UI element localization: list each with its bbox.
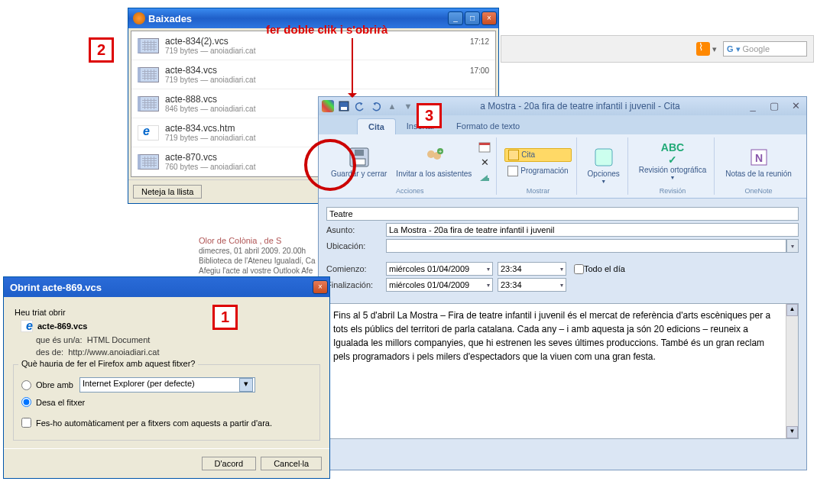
ie-file-icon: [138, 125, 159, 141]
location-label: Ubicación:: [326, 241, 386, 250]
svg-rect-3: [353, 159, 365, 165]
subject-field[interactable]: [386, 223, 799, 237]
chosen-label: Heu triat obrir: [15, 308, 319, 317]
spellcheck-button[interactable]: ABC✓ Revisión ortográfica▼: [636, 141, 709, 183]
annotation-text: fer doble clik i s'obrirà: [266, 23, 387, 36]
minimize-button[interactable]: _: [448, 11, 463, 25]
save-icon: [349, 147, 370, 168]
annotation-arrow: [352, 38, 353, 96]
dropdown-icon: ▾: [487, 282, 490, 289]
start-label: Comienzo:: [326, 264, 386, 273]
calendar-file-icon: [138, 38, 159, 53]
svg-rect-10: [479, 143, 490, 145]
svg-text:N: N: [754, 152, 762, 164]
location-dropdown-icon[interactable]: ▾: [786, 239, 799, 253]
dropdown-icon: ▾: [487, 266, 490, 273]
all-day-checkbox[interactable]: Todo el día: [574, 264, 625, 274]
calendar-page-icon: [508, 150, 519, 160]
end-time-picker[interactable]: 23:34▾: [498, 278, 566, 292]
forward-small-icon[interactable]: [478, 171, 491, 185]
outlook-window-title: a Mostra - 20a fira de teatre infantil i…: [415, 101, 745, 111]
open-with-radio[interactable]: Obre amb Internet Explorer (per defecte): [21, 377, 312, 393]
svg-rect-1: [341, 107, 347, 110]
svg-rect-4: [355, 150, 364, 156]
onenote-icon: N: [748, 147, 770, 168]
dropdown-icon: ▾: [560, 282, 563, 289]
file-name: acte-869.vcs: [37, 321, 87, 331]
qat-nav-down-icon[interactable]: ▼: [401, 99, 415, 113]
step-marker-1: 1: [212, 305, 238, 330]
ribbon-group-onenote: N Notas de la reunión OneNote: [718, 137, 799, 195]
step-marker-3: 3: [417, 103, 442, 128]
ok-button[interactable]: D'acord: [202, 457, 257, 470]
subject-label: Asunto:: [326, 225, 386, 234]
scheduling-icon: [507, 166, 518, 176]
maximize-button[interactable]: □: [465, 11, 480, 25]
ribbon-group-acciones: Guardar y cerrar + Invitar a los asisten…: [323, 137, 497, 195]
calendar-file-icon: [138, 67, 159, 82]
svg-text:+: +: [438, 148, 442, 155]
calendar-file-icon: [138, 96, 159, 111]
browser-toolbar-fragment: ▾ G ▾ Google: [501, 35, 814, 63]
invite-attendees-button[interactable]: + Invitar a los asistentes: [393, 145, 475, 180]
save-file-radio[interactable]: Desa el fitxer: [21, 397, 312, 407]
people-icon: +: [423, 147, 445, 168]
delete-small-icon[interactable]: ✕: [478, 156, 491, 170]
onenote-notes-button[interactable]: N Notas de la reunión: [722, 145, 795, 180]
spellcheck-icon: ABC✓: [662, 143, 683, 164]
ribbon-group-opciones: Opciones▼: [580, 137, 628, 195]
outlook-ribbon: Guardar y cerrar + Invitar a los asisten…: [319, 134, 806, 199]
outlook-titlebar[interactable]: ▲ ▼ a Mostra - 20a fira de teatre infant…: [319, 97, 806, 115]
download-item[interactable]: acte-834.vcs719 bytes — anoiadiari.cat 1…: [131, 60, 495, 89]
firefox-icon: [133, 12, 145, 24]
svg-rect-11: [595, 149, 612, 166]
start-date-picker[interactable]: miércoles 01/04/2009▾: [386, 262, 493, 276]
auto-action-checkbox[interactable]: Fes-ho automàticament per a fitxers com …: [21, 418, 312, 428]
location-field[interactable]: [386, 239, 786, 253]
outlook-appointment-window: ▲ ▼ a Mostra - 20a fira de teatre infant…: [318, 96, 807, 470]
dialog-body: Heu triat obrir acte-869.vcs que és un/a…: [4, 297, 329, 448]
options-button[interactable]: Opciones▼: [585, 145, 623, 186]
browser-search-box[interactable]: G ▾ Google: [723, 41, 807, 57]
dialog-title: Obrint acte-869.vcs: [5, 282, 313, 293]
tab-formato-texto[interactable]: Formato de texto: [446, 118, 530, 134]
clear-list-button[interactable]: Neteja la llista: [133, 185, 202, 199]
dropdown-icon: ▾: [560, 266, 563, 273]
cita-view-button[interactable]: Cita: [504, 148, 571, 162]
appointment-body[interactable]: Fins al 5 d'abril La Mostra – Fira de te…: [326, 303, 799, 439]
step-marker-2: 2: [89, 37, 114, 63]
office-button-icon[interactable]: [322, 100, 334, 112]
options-icon: [593, 147, 614, 168]
category-field[interactable]: [326, 207, 799, 221]
cancel-button[interactable]: Cancel·la: [261, 457, 322, 470]
qat-nav-up-icon[interactable]: ▲: [385, 99, 399, 113]
calendar-small-icon[interactable]: [478, 141, 491, 154]
ribbon-group-mostrar: Cita Programación Mostrar: [500, 137, 576, 195]
end-date-picker[interactable]: miércoles 01/04/2009▾: [386, 278, 493, 292]
open-with-app-select[interactable]: Internet Explorer (per defecte): [79, 377, 255, 393]
outlook-maximize-button[interactable]: ▢: [767, 100, 782, 112]
tab-cita[interactable]: Cita: [357, 118, 396, 134]
close-button[interactable]: ×: [481, 11, 497, 25]
outlook-minimize-button[interactable]: _: [745, 100, 760, 112]
save-close-button[interactable]: Guardar y cerrar: [328, 145, 390, 180]
start-time-picker[interactable]: 23:34▾: [498, 262, 566, 276]
scroll-down-icon[interactable]: ▼: [786, 426, 798, 438]
search-placeholder: Google: [743, 44, 770, 53]
appointment-form: Asunto: Ubicación: ▾ Comienzo: miércoles…: [319, 199, 806, 300]
scheduling-view-button[interactable]: Programación: [504, 165, 571, 177]
end-label: Finalización:: [326, 280, 386, 289]
ribbon-group-revision: ABC✓ Revisión ortográfica▼ Revisión: [631, 137, 715, 195]
body-scrollbar[interactable]: ▲ ▼: [786, 304, 798, 438]
calendar-file-icon: [138, 154, 159, 170]
outlook-close-button[interactable]: ✕: [788, 100, 803, 112]
scroll-up-icon[interactable]: ▲: [786, 304, 798, 316]
file-open-dialog: Obrint acte-869.vcs × Heu triat obrir ac…: [3, 276, 330, 479]
background-article: Olor de Colònia , de S dimecres, 01 abri…: [199, 235, 316, 276]
qat-redo-icon[interactable]: [369, 99, 383, 113]
ie-file-icon: [21, 320, 33, 332]
action-question: Què hauria de fer el Firefox amb aquest …: [18, 359, 198, 368]
dialog-titlebar[interactable]: Obrint acte-869.vcs ×: [4, 277, 329, 297]
rss-icon[interactable]: [696, 42, 710, 56]
dialog-close-button[interactable]: ×: [313, 280, 328, 294]
